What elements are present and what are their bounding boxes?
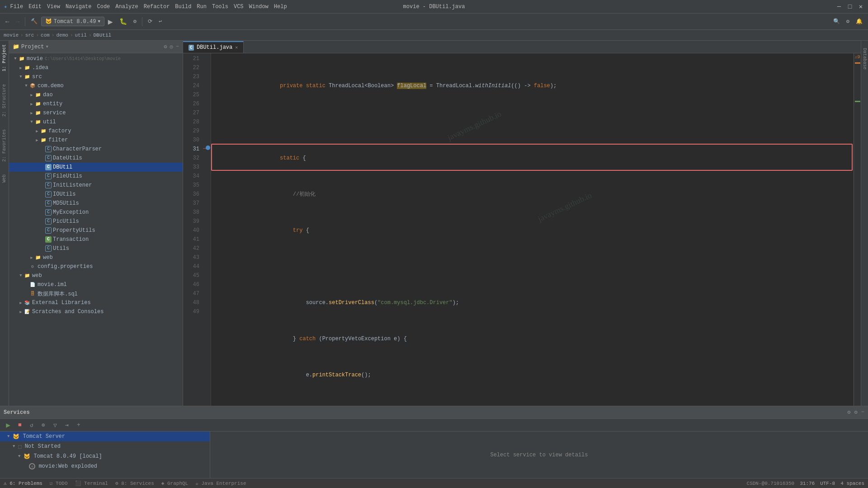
menu-file[interactable]: File	[10, 4, 23, 10]
toolbar-more-actions[interactable]: ⚙	[131, 16, 139, 28]
project-dropdown-icon[interactable]: ▼	[46, 45, 48, 49]
toolbar-build[interactable]: 🔨	[28, 16, 40, 28]
status-indent[interactable]: 4 spaces	[840, 481, 864, 486]
status-services[interactable]: ⚙ 8: Services	[115, 480, 154, 486]
services-run-btn[interactable]: ▶	[4, 421, 13, 430]
tree-item-entity[interactable]: ▶ 📁 entity	[9, 99, 183, 108]
menu-run[interactable]: Run	[197, 4, 207, 10]
menu-vcs[interactable]: VCS	[234, 4, 244, 10]
tab-web[interactable]: Web	[1, 173, 8, 184]
services-filter-btn[interactable]: ▽	[51, 421, 60, 430]
services-stop-btn[interactable]: ■	[15, 421, 24, 430]
tree-item-web-inner[interactable]: ▶ 📁 web	[9, 253, 183, 262]
tree-item-comdemo[interactable]: ▼ 📦 com.demo	[9, 81, 183, 90]
tree-item-factory[interactable]: ▶ 📁 factory	[9, 127, 183, 136]
tree-item-md5utils[interactable]: ▶ C MD5Utils	[9, 199, 183, 208]
status-problems[interactable]: ⚠ 6: Problems	[4, 480, 42, 486]
project-gear-icon[interactable]: ⚙	[164, 43, 167, 50]
minimize-button[interactable]: ─	[835, 3, 843, 10]
tree-item-filter[interactable]: ▶ 📁 filter	[9, 136, 183, 145]
services-add-btn[interactable]: ⊕	[39, 421, 48, 430]
window-controls[interactable]: ─ □ ✕	[835, 3, 864, 10]
tree-item-fileutils[interactable]: ▶ C FileUtils	[9, 172, 183, 181]
breadcrumb-project[interactable]: movie	[4, 33, 19, 38]
tree-item-configprops[interactable]: ▶ ⚙ config.properties	[9, 262, 183, 271]
tree-item-transaction[interactable]: ▶ C Transaction	[9, 235, 183, 244]
debug-button[interactable]: 🐛	[117, 16, 130, 28]
services-restart-btn[interactable]: ↺	[27, 421, 36, 430]
tree-item-propertyutils[interactable]: ▶ C PropertyUtils	[9, 226, 183, 235]
tree-item-dbutil[interactable]: ▶ C DBUtil	[9, 163, 183, 172]
service-item-not-started[interactable]: ▼ ⬚ Not Started	[0, 441, 210, 451]
toolbar-settings[interactable]: ⚙	[844, 16, 852, 28]
close-button[interactable]: ✕	[857, 3, 864, 10]
tab-favorites[interactable]: 2: Favorites	[1, 127, 8, 164]
menu-build[interactable]: Build	[175, 4, 191, 10]
status-java-enterprise[interactable]: ☕ Java Enterprise	[195, 480, 246, 486]
menu-bar[interactable]: File Edit View Navigate Code Analyze Ref…	[10, 4, 287, 10]
tree-item-ioutils[interactable]: ▶ C IOUtils	[9, 190, 183, 199]
status-graphql[interactable]: ◈ GraphQL	[161, 480, 188, 486]
project-locate-icon[interactable]: ◎	[170, 43, 173, 50]
status-position[interactable]: 31:76	[800, 481, 815, 486]
menu-refactor[interactable]: Refactor	[144, 4, 170, 10]
tree-item-myexception[interactable]: ▶ C MyException	[9, 208, 183, 217]
services-jump-btn[interactable]: ⇥	[62, 421, 71, 430]
toolbar-nav-forward[interactable]: →	[13, 16, 22, 28]
tree-item-movie[interactable]: ▼ 📁 movie C:\Users\51414\Desktop\movie	[9, 54, 183, 63]
code-area[interactable]: private static ThreadLocal<Boolean> flag…	[211, 53, 854, 406]
tree-item-characterparser[interactable]: ▶ C CharacterParser	[9, 145, 183, 154]
services-more-btn[interactable]: +	[74, 421, 83, 430]
tree-item-dbsql[interactable]: ▶ 🗄 数据库脚本.sql	[9, 289, 183, 298]
menu-edit[interactable]: Edit	[28, 4, 42, 10]
tree-item-src[interactable]: ▼ 📁 src	[9, 72, 183, 81]
right-scrollbar[interactable]: ⚠9	[854, 53, 861, 406]
tree-item-picutils[interactable]: ▶ C PicUtils	[9, 217, 183, 226]
service-item-tomcat-server[interactable]: ▼ 🐱 Tomcat Server	[0, 432, 210, 441]
status-todo[interactable]: ☑ TODO	[50, 480, 68, 486]
project-collapse-icon[interactable]: −	[176, 43, 179, 50]
breadcrumb-demo[interactable]: demo	[56, 33, 68, 38]
maximize-button[interactable]: □	[846, 3, 854, 10]
toolbar-search[interactable]: 🔍	[830, 16, 843, 28]
breadcrumb-src[interactable]: src	[25, 33, 34, 38]
tree-item-service[interactable]: ▶ 📁 service	[9, 108, 183, 117]
tree-item-dateutils[interactable]: ▶ C DateUtils	[9, 154, 183, 163]
toolbar-rollback[interactable]: ↩	[156, 16, 165, 28]
tree-item-utils[interactable]: ▶ C Utils	[9, 244, 183, 253]
menu-view[interactable]: View	[47, 4, 60, 10]
tree-item-idea[interactable]: ▶ 📁 .idea	[9, 63, 183, 72]
tab-structure[interactable]: 2: Structure	[1, 82, 8, 118]
breadcrumb-com[interactable]: com	[41, 33, 50, 38]
status-encoding[interactable]: UTF-8	[820, 481, 835, 486]
toolbar-nav-back[interactable]: ←	[3, 16, 12, 28]
service-item-movie-web[interactable]: ▶ ⊙ movie:Web exploded	[0, 461, 210, 471]
menu-window[interactable]: Window	[249, 4, 269, 10]
toolbar-notifications[interactable]: 🔔	[853, 16, 865, 28]
service-item-tomcat849[interactable]: ▼ 🐱 Tomcat 8.0.49 [local]	[0, 451, 210, 461]
tree-item-web-root[interactable]: ▼ 📁 web	[9, 271, 183, 280]
tree-item-util[interactable]: ▼ 📁 util	[9, 117, 183, 127]
services-gear-icon[interactable]: ⚙	[854, 409, 858, 416]
menu-help[interactable]: Help	[274, 4, 287, 10]
toolbar-sync[interactable]: ⟳	[145, 16, 155, 28]
toolbar-run-config[interactable]: 🐱 Tomcat 8.0.49 ▼	[41, 17, 104, 26]
tree-item-extlibs[interactable]: ▶ 📚 External Libraries	[9, 298, 183, 307]
breadcrumb-dbutil[interactable]: DBUtil	[94, 33, 112, 38]
tab-project[interactable]: 1: Project	[1, 42, 8, 73]
tree-item-scratches[interactable]: ▶ 📝 Scratches and Consoles	[9, 307, 183, 316]
right-tab-database[interactable]: Database	[861, 46, 868, 71]
menu-tools[interactable]: Tools	[212, 4, 228, 10]
tree-item-initlistener[interactable]: ▶ C InitListener	[9, 181, 183, 190]
tab-close-dbutil[interactable]: ✕	[235, 45, 238, 50]
breadcrumb-util[interactable]: util	[75, 33, 86, 38]
services-settings-icon[interactable]: ⚙	[847, 409, 850, 416]
status-terminal[interactable]: ⬛ Terminal	[75, 480, 108, 486]
menu-code[interactable]: Code	[97, 4, 110, 10]
tree-item-dao[interactable]: ▶ 📁 dao	[9, 90, 183, 99]
editor-tab-dbutil[interactable]: C DBUtil.java ✕	[183, 41, 244, 53]
tree-item-movieiml[interactable]: ▶ 📄 movie.iml	[9, 280, 183, 289]
menu-analyze[interactable]: Analyze	[115, 4, 138, 10]
run-button[interactable]: ▶	[105, 16, 116, 28]
services-minimize-icon[interactable]: −	[861, 409, 864, 416]
